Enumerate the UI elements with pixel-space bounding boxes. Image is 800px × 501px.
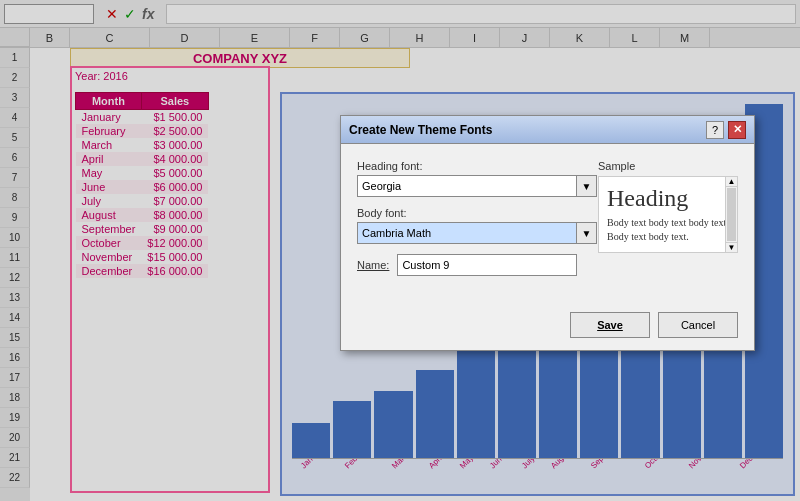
sample-label: Sample [598, 160, 738, 172]
dialog-controls: ? ✕ [706, 121, 746, 139]
sample-scrollbar[interactable]: ▲ ▼ [725, 177, 737, 252]
modal-overlay: Create New Theme Fonts ? ✕ Heading font:… [0, 0, 800, 501]
name-input[interactable] [397, 254, 577, 276]
sample-box: Heading Body text body text body text. B… [598, 176, 738, 253]
close-button[interactable]: ✕ [728, 121, 746, 139]
cancel-button[interactable]: Cancel [658, 312, 738, 338]
body-font-arrow[interactable]: ▼ [577, 222, 597, 244]
heading-font-select[interactable]: Georgia [357, 175, 577, 197]
dialog-titlebar: Create New Theme Fonts ? ✕ [341, 116, 754, 144]
name-field-label: Name: [357, 259, 389, 271]
heading-font-arrow[interactable]: ▼ [577, 175, 597, 197]
sample-section: Sample Heading Body text body text body … [598, 160, 738, 253]
body-font-select[interactable]: Cambria Math [357, 222, 577, 244]
name-row: Name: [357, 254, 738, 276]
dialog-title: Create New Theme Fonts [349, 123, 492, 137]
dialog-footer: Save Cancel [341, 304, 754, 350]
save-button[interactable]: Save [570, 312, 650, 338]
dialog-body: Heading font: Georgia ▼ Body font: Cambr… [341, 144, 754, 304]
create-theme-fonts-dialog: Create New Theme Fonts ? ✕ Heading font:… [340, 115, 755, 351]
help-button[interactable]: ? [706, 121, 724, 139]
sample-heading: Heading [607, 185, 729, 212]
sample-body: Body text body text body text. Body text… [607, 216, 729, 244]
